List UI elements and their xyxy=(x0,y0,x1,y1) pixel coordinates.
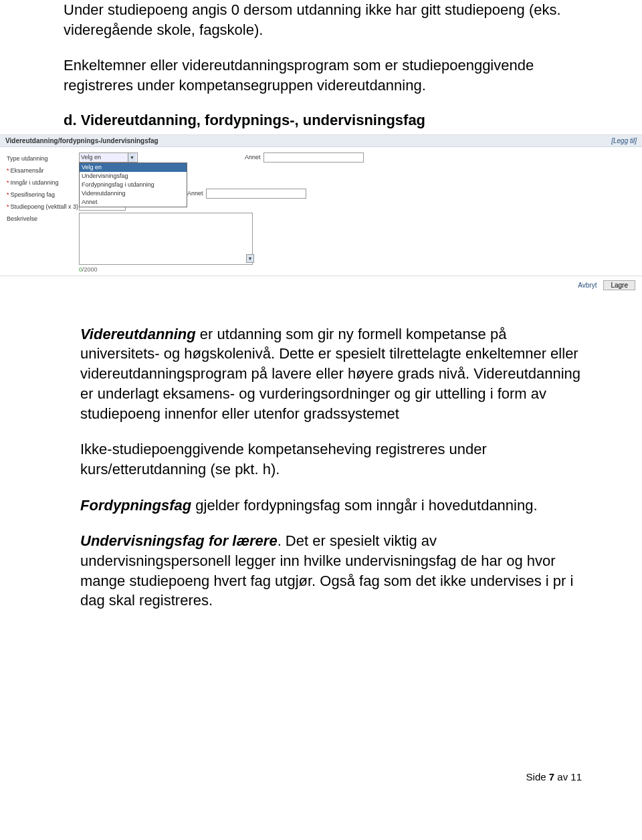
dropdown-option[interactable]: Annet xyxy=(80,198,187,207)
paragraph-ikke-studiepoeng: Ikke-studiepoenggivende kompetanseheving… xyxy=(80,439,582,479)
paragraph-studiepoeng: Under studiepoeng angis 0 dersom utdanni… xyxy=(64,0,582,39)
type-utdanning-dropdown[interactable]: Velg en Undervisningsfag Fordypningsfag … xyxy=(79,163,187,207)
annet-row-2: Annet xyxy=(187,189,306,199)
form-footer: Avbryt Lagre xyxy=(0,276,642,294)
char-count: 0/2000 xyxy=(79,266,635,273)
label-beskrivelse: Beskrivelse xyxy=(7,213,79,225)
add-link[interactable]: [Legg til] xyxy=(611,137,637,144)
dropdown-option[interactable]: Videreutdanning xyxy=(80,189,187,198)
label-annet-1: Annet xyxy=(245,154,261,161)
label-annet-2: Annet xyxy=(187,190,203,197)
form-container: Videreutdanning/fordypnings-/undervisnin… xyxy=(0,134,642,294)
dropdown-option[interactable]: Fordypningsfag i utdanning xyxy=(80,181,187,189)
form-title: Videreutdanning/fordypnings-/undervisnin… xyxy=(5,137,158,144)
save-button[interactable]: Lagre xyxy=(603,280,635,290)
cancel-link[interactable]: Avbryt xyxy=(578,282,597,289)
paragraph-enkeltemner: Enkeltemner eller videreutdanningsprogra… xyxy=(64,56,582,95)
annet-input-2[interactable] xyxy=(206,189,306,199)
page-footer: Side 7 av 11 xyxy=(0,771,642,782)
chevron-down-icon: ▼ xyxy=(246,254,254,263)
form-header: Videreutdanning/fordypnings-/undervisnin… xyxy=(0,135,642,147)
beskrivelse-textarea[interactable] xyxy=(79,213,253,265)
paragraph-videreutdanning: Videreutdanning er utdanning som gir ny … xyxy=(80,324,582,423)
type-utdanning-select[interactable]: Velg en ▼ xyxy=(79,152,138,163)
label-studiepoeng: *Studiepoeng (vekttall x 3) xyxy=(7,201,79,213)
heading-d: d. Videreutdanning, fordypnings-, underv… xyxy=(64,112,582,129)
label-type: Type utdanning xyxy=(7,152,79,165)
label-spesifisering: *Spesifisering fag xyxy=(7,189,79,201)
chevron-down-icon: ▼ xyxy=(128,153,136,162)
label-eksamensar: *Eksamensår xyxy=(7,165,79,177)
annet-input-1[interactable] xyxy=(263,152,364,163)
dropdown-option[interactable]: Velg en xyxy=(80,163,187,172)
paragraph-undervisningsfag: Undervisningsfag for lærere. Det er spes… xyxy=(80,531,582,611)
label-inngar: *Inngår i utdanning xyxy=(7,177,79,189)
paragraph-fordypningsfag: Fordypningsfag gjelder fordypningsfag so… xyxy=(80,496,582,516)
dropdown-option[interactable]: Undervisningsfag xyxy=(80,172,187,181)
annet-row-1: Annet xyxy=(245,152,364,163)
